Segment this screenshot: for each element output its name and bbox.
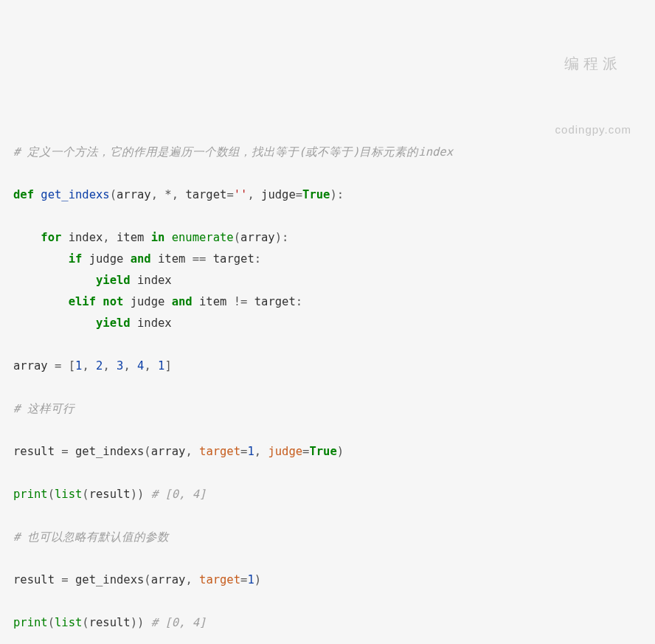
comment: # 定义一个方法，它的作用是遍历一个数组，找出等于(或不等于)目标元素的inde… (13, 145, 453, 159)
function-name: get_indexs (41, 188, 109, 201)
keyword-def: def (13, 188, 34, 201)
comment: # 这样可行 (13, 402, 74, 415)
comment: # 也可以忽略有默认值的参数 (13, 530, 169, 544)
watermark-cn: 编程派 (555, 53, 631, 75)
watermark: 编程派 codingpy.com (555, 10, 631, 162)
watermark-en: codingpy.com (555, 119, 631, 140)
code-block: # 定义一个方法，它的作用是遍历一个数组，找出等于(或不等于)目标元素的inde… (13, 142, 642, 644)
